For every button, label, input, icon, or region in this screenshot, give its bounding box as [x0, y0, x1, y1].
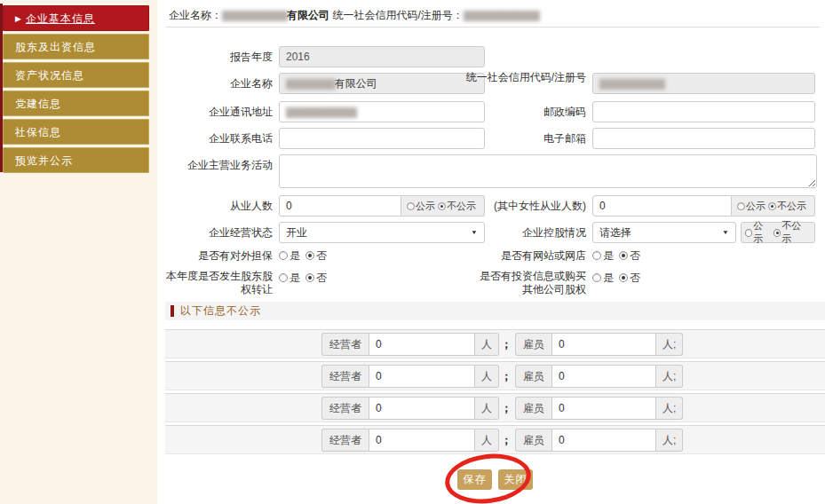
business-status-value: 开业	[286, 225, 307, 240]
group-separator: ；	[501, 433, 512, 448]
publish-radio[interactable]	[737, 202, 745, 210]
unit-addon: 人	[475, 397, 499, 420]
yes-radio[interactable]	[279, 273, 288, 282]
address-label: 企业通讯地址	[160, 101, 273, 122]
report-year-input	[279, 46, 485, 67]
holding-value: 请选择	[599, 225, 631, 240]
employee-addon: 雇员	[515, 397, 551, 420]
section-title: 以下信息不公示	[180, 303, 261, 319]
no-radio-label[interactable]: 否	[316, 249, 327, 262]
no-publish-radio[interactable]	[773, 229, 781, 237]
employee-group: 雇员人;	[515, 333, 683, 356]
employee-addon: 雇员	[515, 333, 551, 356]
company-name-field-label: 企业名称	[160, 73, 273, 94]
employee-count-input[interactable]	[551, 429, 656, 452]
yes-radio[interactable]	[592, 251, 601, 260]
publish-radio[interactable]	[745, 229, 752, 237]
business-status-select[interactable]: 开业▼	[279, 222, 485, 243]
unit-addon: 人;	[656, 429, 683, 452]
phone-input[interactable]	[279, 128, 485, 149]
operator-count-input[interactable]	[369, 365, 475, 388]
operator-count-input[interactable]	[369, 333, 475, 356]
publish-radio[interactable]	[407, 202, 415, 210]
employee-group: 雇员人;	[515, 429, 683, 452]
equity-transfer-options: 是否	[279, 270, 332, 286]
website-options: 是否	[592, 248, 646, 264]
main-business-textarea[interactable]	[279, 154, 817, 188]
unit-addon: 人;	[656, 333, 683, 356]
female-publish-options: 公示不公示	[732, 195, 815, 217]
phone-label: 企业联系电话	[160, 128, 273, 149]
yes-radio[interactable]	[592, 273, 601, 282]
no-publish-radio[interactable]	[768, 202, 776, 210]
group-separator: ；	[501, 369, 512, 384]
employee-count-input[interactable]	[551, 397, 656, 420]
holding-label: 企业控股情况	[462, 222, 586, 243]
operator-group: 经营者人	[321, 333, 499, 356]
no-radio[interactable]	[305, 251, 314, 260]
holding-select[interactable]: 请选择▼	[592, 222, 736, 243]
operator-count-input[interactable]	[369, 397, 475, 420]
yes-radio[interactable]	[279, 251, 288, 260]
redacted-company-name: █████████	[286, 79, 335, 89]
investment-label: 是否有投资信息或购买其他公司股权	[462, 270, 586, 296]
unit-addon: 人	[475, 365, 499, 388]
operator-addon: 经营者	[321, 397, 369, 420]
redacted-credit-code: ██████████████	[464, 11, 539, 20]
employees-group: 公示不公示	[279, 195, 485, 217]
no-publish-radio-label[interactable]: 不公示	[777, 200, 806, 213]
credit-code-label: 统一社会信用代码/注册号：	[332, 9, 463, 21]
close-button[interactable]: 关闭	[498, 469, 533, 490]
operator-addon: 经营者	[321, 365, 369, 388]
annual-report-page: ▶企业基本信息 股东及出资信息 资产状况信息 党建信息 社保信息 预览并公示 企…	[0, 0, 825, 504]
no-radio-label[interactable]: 否	[630, 249, 640, 262]
section-bar-icon	[171, 305, 174, 317]
employees-input[interactable]	[279, 195, 401, 217]
yes-radio-label[interactable]: 是	[603, 272, 614, 284]
email-input[interactable]	[592, 128, 815, 149]
table-row: 其中残疾人人数 经营者人 ； 雇员人;	[165, 393, 825, 422]
guarantee-options: 是否	[279, 248, 332, 264]
no-radio-label[interactable]: 否	[630, 272, 640, 284]
main-content: 企业名称：████████████有限公司 统一社会信用代码/注册号：█████…	[0, 0, 825, 504]
publish-radio-label[interactable]: 公示	[746, 200, 766, 213]
no-radio[interactable]	[619, 273, 628, 282]
chevron-down-icon: ▼	[722, 229, 729, 235]
female-employees-group: 公示不公示	[592, 195, 815, 217]
table-row: 其中退役士兵人数 经营者人 ； 雇员人;	[165, 361, 825, 390]
no-publish-radio[interactable]	[438, 202, 446, 210]
page-header: 企业名称：████████████有限公司 统一社会信用代码/注册号：█████…	[169, 8, 817, 23]
female-employees-label: (其中女性从业人数)	[462, 195, 586, 217]
yes-radio-label[interactable]: 是	[290, 272, 300, 284]
operator-addon: 经营者	[321, 429, 369, 452]
female-employees-input[interactable]	[592, 195, 732, 217]
operator-group: 经营者人	[321, 397, 499, 420]
publish-radio-label[interactable]: 公示	[753, 219, 771, 246]
report-year-label: 报告年度	[160, 46, 273, 67]
credit-code-input: ████████████	[592, 73, 815, 94]
employee-count-input[interactable]	[551, 365, 656, 388]
table-row: 其中失业人员再就业人数 经营者人 ； 雇员人;	[165, 425, 825, 454]
employee-group: 雇员人;	[515, 365, 683, 388]
yes-radio-label[interactable]: 是	[603, 249, 614, 262]
email-label: 电子邮箱	[462, 128, 586, 149]
yes-radio-label[interactable]: 是	[290, 249, 300, 262]
employee-count-input[interactable]	[551, 333, 656, 356]
postal-code-label: 邮政编码	[462, 101, 586, 122]
guarantee-label: 是否有对外担保	[160, 248, 273, 264]
save-button[interactable]: 保存	[457, 469, 492, 490]
credit-code-field-label: 统一社会信用代码/注册号	[462, 71, 586, 84]
operator-count-input[interactable]	[369, 429, 475, 452]
redacted-company-name: ████████████	[222, 11, 287, 20]
company-name-label: 企业名称：	[169, 9, 222, 21]
no-radio-label[interactable]: 否	[316, 272, 327, 284]
no-publish-radio-label[interactable]: 不公示	[781, 219, 808, 246]
publish-radio-label[interactable]: 公示	[416, 200, 435, 213]
postal-code-input[interactable]	[592, 101, 815, 122]
no-radio[interactable]	[305, 273, 314, 282]
no-radio[interactable]	[619, 251, 628, 260]
employee-addon: 雇员	[515, 365, 551, 388]
employee-group: 雇员人;	[515, 397, 683, 420]
address-input[interactable]: █████████████	[279, 101, 485, 122]
company-suffix: 有限公司	[335, 77, 377, 90]
